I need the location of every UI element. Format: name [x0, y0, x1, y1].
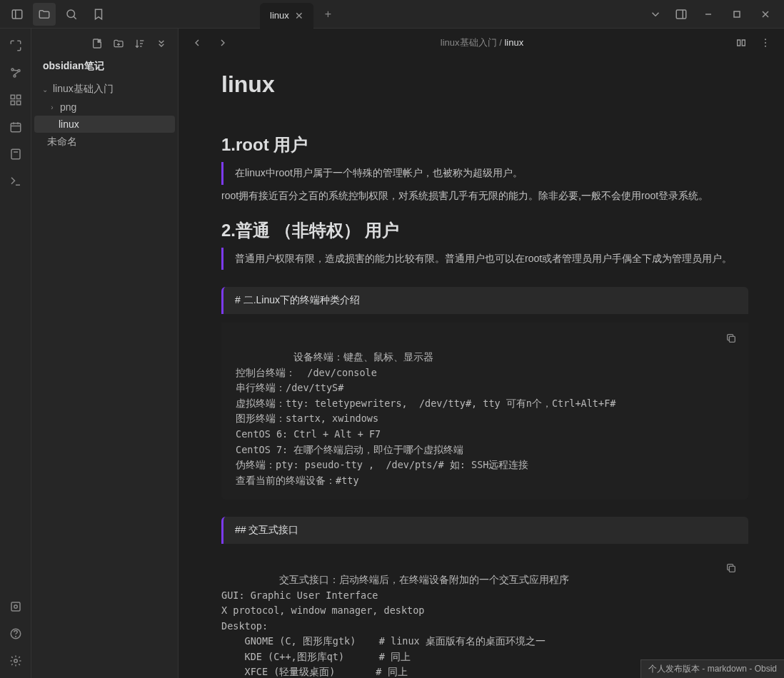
svg-rect-16: [16, 95, 20, 98]
file-explorer: obsidian笔记 ⌄ linux基础入门 › png linux 未命名: [31, 29, 179, 678]
svg-line-3: [74, 16, 76, 19]
chevron-right-icon: ›: [47, 103, 57, 111]
sidebar-toggle-icon[interactable]: [6, 3, 29, 26]
nav-forward-button[interactable]: [213, 33, 233, 53]
svg-rect-15: [11, 95, 14, 98]
svg-rect-0: [12, 10, 22, 19]
svg-point-38: [765, 42, 766, 44]
help-icon[interactable]: [4, 622, 27, 645]
tab-linux[interactable]: linux ✕: [260, 3, 313, 29]
svg-rect-7: [734, 11, 740, 17]
collapse-icon[interactable]: [152, 34, 171, 53]
graph-icon[interactable]: [4, 61, 27, 84]
vault-name: obsidian笔记: [31, 56, 178, 80]
file-linux[interactable]: linux: [34, 116, 175, 133]
activity-bar: [0, 29, 31, 678]
status-overlay: 个人发布版本 - markdown - Obsid: [640, 659, 784, 678]
search-icon[interactable]: [60, 3, 83, 26]
editor-content[interactable]: linux 1.root 用户 在linux中root用户属于一个特殊的管理帐户…: [179, 57, 784, 678]
chevron-down-icon[interactable]: [644, 3, 667, 26]
svg-rect-23: [11, 149, 20, 159]
settings-icon[interactable]: [4, 649, 27, 672]
heading-normal-user[interactable]: 2.普通 （非特权） 用户: [221, 219, 748, 242]
svg-point-11: [18, 70, 20, 72]
svg-rect-40: [729, 337, 735, 343]
svg-point-12: [14, 75, 16, 77]
folder-png[interactable]: › png: [34, 98, 175, 116]
callout-header[interactable]: # 二.Linux下的终端种类介绍: [221, 287, 748, 314]
close-button[interactable]: [753, 3, 778, 26]
panel-toggle-icon[interactable]: [670, 3, 693, 26]
chevron-down-icon: ⌄: [40, 86, 50, 93]
templates-icon[interactable]: [4, 143, 27, 166]
minimize-button[interactable]: [695, 3, 721, 26]
svg-rect-17: [11, 101, 14, 105]
folder-icon[interactable]: [33, 3, 56, 26]
callout-interactive-interface: ## 交互式接口: [221, 517, 748, 544]
svg-point-30: [14, 659, 17, 663]
maximize-button[interactable]: [724, 3, 750, 26]
copy-icon[interactable]: [723, 560, 740, 577]
sort-icon[interactable]: [131, 34, 149, 53]
svg-point-39: [765, 46, 766, 47]
tab-label: linux: [270, 10, 289, 21]
more-options-icon[interactable]: [755, 33, 775, 53]
titlebar: linux ✕ +: [0, 0, 784, 29]
canvas-icon[interactable]: [4, 88, 27, 111]
code-block[interactable]: 设备终端：键盘、鼠标、显示器 控制台终端： /dev/console 串行终端：…: [221, 323, 748, 500]
svg-point-37: [765, 39, 766, 40]
svg-line-13: [13, 70, 18, 71]
svg-rect-18: [16, 101, 20, 105]
blockquote[interactable]: 在linux中root用户属于一个特殊的管理帐户，也被称为超级用户。: [221, 162, 748, 185]
paragraph[interactable]: root拥有接近百分之百的系统控制权限，对系统损害几乎有无限的能力。除非必要,一…: [221, 188, 748, 205]
svg-point-29: [15, 636, 16, 637]
vault-icon[interactable]: [4, 595, 27, 618]
breadcrumb[interactable]: linux基础入门 / linux: [238, 36, 725, 49]
quick-switch-icon[interactable]: [4, 34, 27, 57]
new-note-icon[interactable]: [88, 34, 106, 53]
folder-linux-basics[interactable]: ⌄ linux基础入门: [34, 80, 175, 98]
new-folder-icon[interactable]: [109, 34, 128, 53]
svg-line-14: [14, 72, 18, 76]
reading-mode-icon[interactable]: [731, 33, 751, 53]
editor: linux基础入门 / linux linux 1.root 用户 在linux…: [179, 29, 784, 678]
blockquote[interactable]: 普通用户权限有限，造成损害的能力比较有限。普通用户也可以在root或者管理员用户…: [221, 248, 748, 270]
svg-rect-41: [729, 567, 735, 572]
heading-root-user[interactable]: 1.root 用户: [221, 133, 748, 156]
close-icon[interactable]: ✕: [295, 10, 303, 21]
callout-header[interactable]: ## 交互式接口: [221, 517, 748, 544]
file-untitled[interactable]: 未命名: [34, 133, 175, 151]
svg-point-2: [67, 10, 75, 18]
daily-note-icon[interactable]: [4, 116, 27, 138]
callout-terminal-types: # 二.Linux下的终端种类介绍: [221, 287, 748, 314]
document-title[interactable]: linux: [221, 71, 748, 98]
copy-icon[interactable]: [723, 330, 740, 347]
svg-rect-19: [11, 123, 21, 132]
tab-add-button[interactable]: +: [319, 5, 337, 24]
svg-rect-26: [11, 602, 20, 611]
svg-rect-4: [676, 10, 686, 19]
nav-back-button[interactable]: [187, 33, 207, 53]
svg-point-27: [14, 605, 17, 609]
command-icon[interactable]: [4, 170, 27, 193]
bookmark-icon[interactable]: [87, 3, 110, 26]
